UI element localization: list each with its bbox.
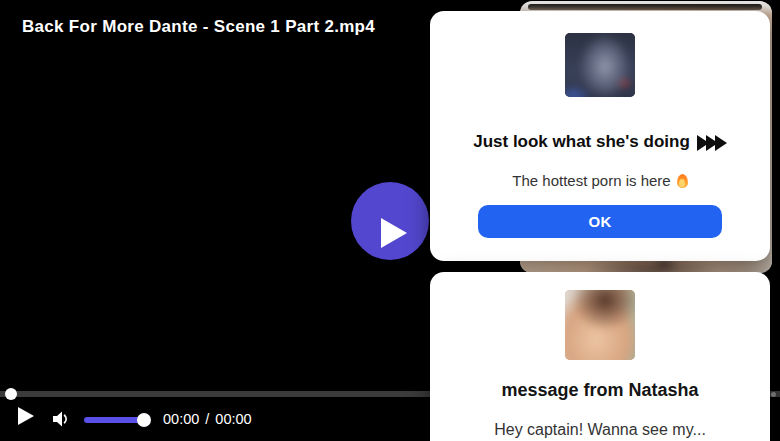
video-player-screen: Back For More Dante - Scene 1 Part 2.mp4… — [0, 0, 780, 441]
popup-ad-offer: Just look what she's doing The hottest p… — [430, 11, 770, 261]
triple-play-arrows-icon — [697, 135, 727, 151]
video-title: Back For More Dante - Scene 1 Part 2.mp4 — [22, 17, 375, 37]
time-display: 00:00 / 00:00 — [163, 411, 252, 427]
volume-slider[interactable] — [84, 417, 142, 423]
message-thumbnail-image[interactable] — [565, 290, 635, 360]
total-time: 00:00 — [215, 411, 251, 427]
current-time: 00:00 — [163, 411, 199, 427]
message-heading: message from Natasha — [430, 380, 770, 401]
seek-handle[interactable] — [5, 388, 17, 400]
popup-ad-message: message from Natasha Hey captain! Wanna … — [430, 272, 770, 441]
offer-heading: Just look what she's doing — [430, 132, 770, 152]
big-play-button[interactable] — [351, 182, 429, 260]
offer-subtext-text: The hottest porn is here — [512, 172, 670, 189]
message-body: Hey captain! Wanna see my... — [430, 421, 770, 439]
ad-thumbnail-image[interactable] — [565, 33, 635, 97]
message-thumbnail-blur — [565, 290, 635, 360]
volume-icon — [49, 407, 73, 431]
play-icon — [18, 407, 34, 425]
offer-subtext: The hottest porn is here — [430, 172, 770, 189]
play-icon — [381, 218, 407, 248]
time-separator: / — [205, 411, 209, 427]
dot-decoration — [771, 392, 776, 397]
fire-emoji-icon — [677, 174, 688, 188]
ad-thumbnail-blur — [565, 33, 635, 97]
play-button[interactable] — [18, 407, 34, 425]
volume-button[interactable] — [49, 407, 73, 431]
ok-button[interactable]: OK — [478, 205, 722, 238]
volume-handle[interactable] — [137, 413, 151, 427]
offer-heading-text: Just look what she's doing — [473, 132, 690, 152]
